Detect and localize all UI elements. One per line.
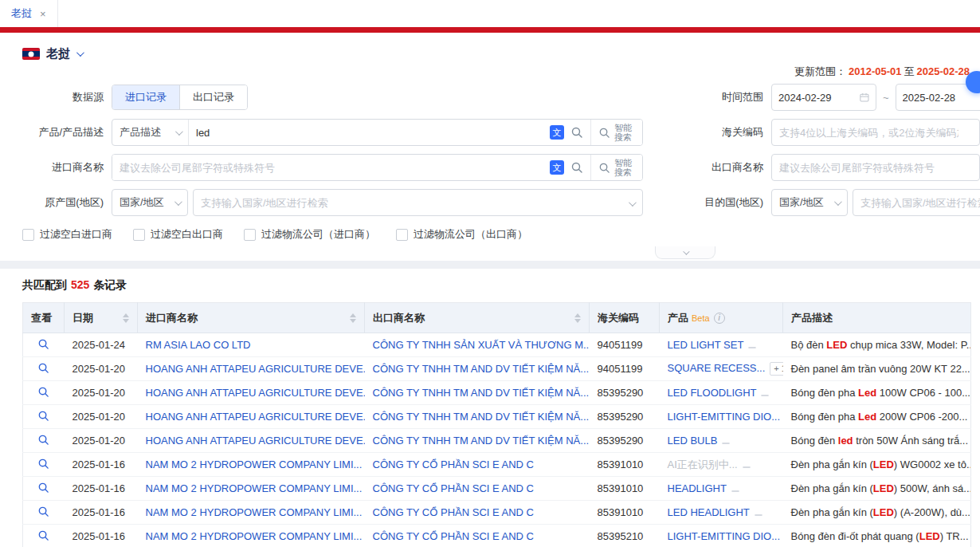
view-record-button[interactable] bbox=[23, 477, 65, 501]
product-count-badge[interactable] bbox=[722, 443, 730, 444]
origin-country-input[interactable] bbox=[194, 190, 642, 215]
tab-close-icon[interactable]: × bbox=[40, 8, 46, 20]
importer-link[interactable]: HOANG ANH ATTAPEU AGRICULTURE DEVE... bbox=[138, 429, 365, 453]
exporter-name-field[interactable] bbox=[771, 154, 980, 181]
sort-icon[interactable] bbox=[350, 313, 356, 323]
product-count-badge[interactable]: + 1 bbox=[770, 362, 782, 376]
column-header-view: 查看 bbox=[23, 303, 65, 333]
chevron-down-icon bbox=[174, 198, 182, 206]
importer-link[interactable]: NAM MO 2 HYDROPOWER COMPANY LIMI... bbox=[138, 525, 365, 547]
checkbox-filter-logistics-importer[interactable]: 过滤物流公司（进口商） bbox=[244, 227, 375, 242]
translate-icon[interactable]: 文 bbox=[550, 125, 564, 140]
exporter-link[interactable]: CÔNG TY CỔ PHẦN SCI E AND C bbox=[365, 477, 590, 501]
hs-code-input[interactable] bbox=[772, 120, 979, 145]
product-type-select-value: 产品描述 bbox=[120, 125, 161, 140]
product-count-badge[interactable] bbox=[755, 514, 762, 516]
exporter-link[interactable]: CÔNG TY TNHH TM AND DV TIẾT KIỆM NĂ... bbox=[365, 357, 590, 381]
column-header-hs-code: 海关编码 bbox=[590, 303, 660, 333]
product-cell[interactable]: LED BULB bbox=[660, 429, 783, 453]
product-count-badge[interactable] bbox=[731, 490, 739, 492]
exporter-link[interactable]: CÔNG TY TNHH TM AND DV TIẾT KIỆM NĂ... bbox=[365, 429, 590, 453]
search-zoom-icon[interactable] bbox=[570, 161, 583, 174]
checkbox-filter-blank-exporter[interactable]: 过滤空白出口商 bbox=[133, 227, 223, 242]
importer-link[interactable]: RM ASIA LAO CO LTD bbox=[138, 333, 365, 357]
product-cell[interactable]: LED FLOODLIGHT bbox=[660, 381, 783, 405]
info-icon[interactable]: i bbox=[714, 313, 725, 324]
product-cell[interactable]: AI正在识别中... bbox=[660, 453, 783, 477]
destination-country-select[interactable]: 国家/地区 bbox=[771, 189, 848, 216]
export-records-tab[interactable]: 出口记录 bbox=[179, 85, 247, 109]
column-header-product-desc: 产品描述 bbox=[783, 303, 971, 333]
importer-link[interactable]: NAM MO 2 HYDROPOWER COMPANY LIMI... bbox=[138, 477, 365, 501]
smart-search-button[interactable]: 智能搜索 bbox=[590, 155, 642, 180]
view-record-button[interactable] bbox=[23, 429, 65, 453]
tab-laos[interactable]: 老挝 × bbox=[0, 0, 58, 27]
origin-country-field[interactable] bbox=[193, 189, 643, 216]
main-content: 老挝 更新范围：2012-05-01至2025-02-28 数据源 进口记录 出… bbox=[0, 33, 980, 261]
importer-name-input[interactable] bbox=[112, 155, 543, 180]
checkbox-filter-blank-importer[interactable]: 过滤空白进口商 bbox=[22, 227, 112, 242]
exporter-name-input[interactable] bbox=[772, 155, 979, 180]
view-record-button[interactable] bbox=[23, 381, 65, 405]
product-type-select[interactable]: 产品描述 bbox=[112, 120, 189, 145]
importer-link[interactable]: HOANG ANH ATTAPEU AGRICULTURE DEVE... bbox=[138, 381, 365, 405]
checkbox-icon[interactable] bbox=[22, 229, 34, 241]
exporter-link[interactable]: CÔNG TY TNHH TM AND DV TIẾT KIỆM NĂ... bbox=[365, 405, 590, 429]
exporter-link[interactable]: CÔNG TY CỔ PHẦN SCI E AND C bbox=[365, 501, 590, 525]
checkbox-icon[interactable] bbox=[396, 229, 408, 241]
exporter-link[interactable]: CÔNG TY CỔ PHẦN SCI E AND C bbox=[365, 525, 590, 547]
product-cell[interactable]: HEADLIGHT bbox=[660, 477, 783, 501]
exporter-link[interactable]: CÔNG TY TNHH TM AND DV TIẾT KIỆM NĂ... bbox=[365, 381, 590, 405]
checkbox-icon[interactable] bbox=[133, 229, 145, 241]
table-row: 2025-01-20 HOANG ANH ATTAPEU AGRICULTURE… bbox=[23, 429, 971, 453]
search-zoom-icon[interactable] bbox=[570, 126, 583, 139]
importer-link[interactable]: HOANG ANH ATTAPEU AGRICULTURE DEVE... bbox=[138, 357, 365, 381]
product-search-input[interactable] bbox=[189, 120, 543, 145]
import-records-tab[interactable]: 进口记录 bbox=[112, 85, 179, 109]
search-icon bbox=[598, 162, 610, 174]
date-from-input[interactable] bbox=[778, 92, 855, 104]
collapse-filters-button[interactable] bbox=[655, 246, 715, 259]
product-cell[interactable]: LED LIGHT SET bbox=[660, 333, 783, 357]
date-cell: 2025-01-16 bbox=[65, 477, 138, 501]
checkbox-filter-logistics-exporter[interactable]: 过滤物流公司（出口商） bbox=[396, 227, 527, 242]
product-count-badge[interactable] bbox=[743, 466, 751, 468]
update-range: 更新范围：2012-05-01至2025-02-28 bbox=[0, 65, 980, 81]
sort-icon[interactable] bbox=[123, 313, 129, 323]
hs-code-field[interactable] bbox=[771, 119, 980, 146]
view-record-button[interactable] bbox=[23, 333, 65, 357]
origin-country-select[interactable]: 国家/地区 bbox=[112, 189, 188, 216]
country-name[interactable]: 老挝 bbox=[46, 46, 70, 61]
sort-icon[interactable] bbox=[574, 313, 581, 323]
product-cell[interactable]: LIGHT-EMITTING DIO... bbox=[660, 405, 783, 429]
product-count-badge[interactable] bbox=[748, 347, 756, 348]
exporter-link[interactable]: CÔNG TY CỔ PHẦN SCI E AND C bbox=[365, 453, 590, 477]
column-header-date[interactable]: 日期 bbox=[65, 303, 138, 333]
view-record-button[interactable] bbox=[23, 501, 65, 525]
importer-link[interactable]: NAM MO 2 HYDROPOWER COMPANY LIMI... bbox=[138, 453, 365, 477]
table-header-row: 查看 日期 进口商名称 出口商名称 海关编码 产品Betai 产品描述 bbox=[23, 303, 971, 333]
view-record-button[interactable] bbox=[23, 357, 65, 381]
view-record-button[interactable] bbox=[23, 405, 65, 429]
chevron-down-icon[interactable] bbox=[76, 49, 84, 57]
destination-country-input[interactable] bbox=[853, 190, 980, 215]
view-record-button[interactable] bbox=[23, 525, 65, 547]
view-record-button[interactable] bbox=[23, 453, 65, 477]
column-header-exporter[interactable]: 出口商名称 bbox=[365, 303, 590, 333]
product-cell[interactable]: LED HEADLIGHT bbox=[660, 501, 783, 525]
product-count-badge[interactable] bbox=[761, 395, 769, 396]
table-row: 2025-01-16 NAM MO 2 HYDROPOWER COMPANY L… bbox=[23, 501, 971, 525]
column-header-importer[interactable]: 进口商名称 bbox=[138, 303, 365, 333]
smart-search-button[interactable]: 智能搜索 bbox=[590, 120, 642, 145]
date-from-field[interactable] bbox=[771, 84, 876, 111]
date-to-input[interactable] bbox=[903, 92, 980, 104]
exporter-link[interactable]: CÔNG TY TNHH SẢN XUẤT VÀ THƯƠNG M... bbox=[365, 333, 590, 357]
destination-country-field[interactable] bbox=[853, 189, 980, 216]
checkbox-icon[interactable] bbox=[244, 229, 256, 241]
translate-icon[interactable]: 文 bbox=[550, 160, 564, 175]
importer-link[interactable]: HOANG ANH ATTAPEU AGRICULTURE DEVE... bbox=[138, 405, 365, 429]
importer-link[interactable]: NAM MO 2 HYDROPOWER COMPANY LIMI... bbox=[138, 501, 365, 525]
product-cell[interactable]: SQUARE RECESS...+ 1 bbox=[660, 357, 783, 381]
product-cell[interactable]: LIGHT-EMITTING DIO... bbox=[660, 525, 783, 547]
hs-code-cell: 85395210 bbox=[590, 525, 660, 547]
